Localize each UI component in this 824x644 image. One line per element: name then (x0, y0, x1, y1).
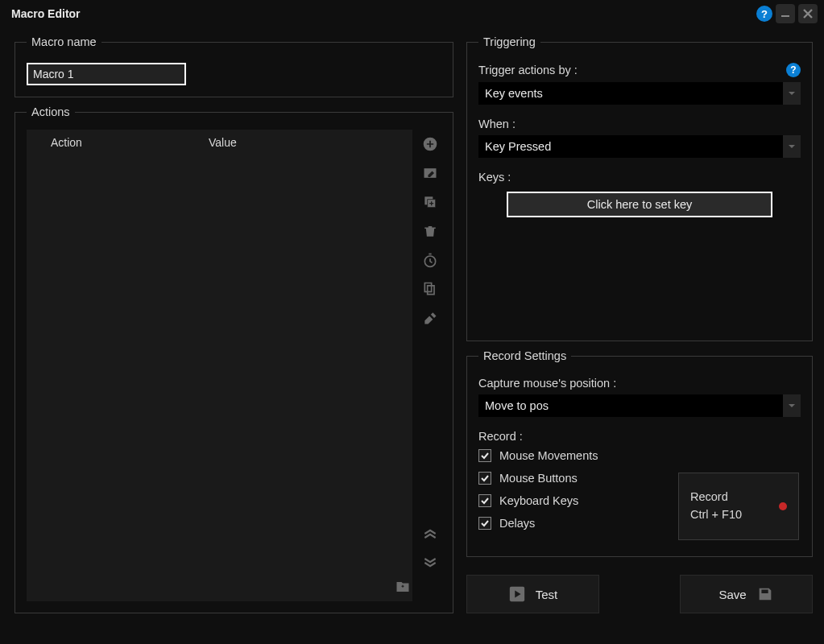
save-button-label: Save (718, 588, 746, 601)
minimize-button[interactable] (776, 4, 795, 23)
close-button[interactable] (798, 4, 818, 23)
checkbox-label: Keyboard Keys (499, 494, 578, 507)
duplicate-action-icon[interactable] (419, 188, 441, 217)
trigger-help-icon[interactable]: ? (786, 63, 801, 77)
checkbox-icon (478, 517, 491, 530)
set-key-button[interactable]: Click here to set key (507, 192, 772, 217)
window-title: Macro Editor (11, 7, 756, 20)
save-button[interactable]: Save (680, 575, 813, 613)
capture-select[interactable]: Move to pos (478, 394, 801, 417)
record-button-line1: Record (690, 489, 742, 506)
record-settings-legend: Record Settings (478, 349, 571, 362)
record-button-line2: Ctrl + F10 (690, 506, 742, 524)
record-dot-icon (779, 502, 787, 510)
add-action-icon[interactable] (419, 130, 441, 159)
copy-icon[interactable] (419, 275, 441, 303)
titlebar: Macro Editor ? (0, 0, 824, 27)
move-down-icon[interactable] (419, 548, 441, 577)
checkbox-icon (478, 494, 491, 507)
help-icon[interactable]: ? (756, 6, 772, 22)
macro-name-group: Macro name (14, 35, 453, 97)
record-label: Record : (478, 430, 523, 443)
test-button-label: Test (536, 588, 558, 601)
clear-icon[interactable] (419, 303, 441, 332)
capture-label: Capture mouse's position : (478, 377, 616, 390)
svg-rect-0 (781, 15, 789, 17)
triggering-group: Triggering Trigger actions by : ? Key ev… (466, 35, 813, 341)
column-header-value: Value (209, 136, 412, 149)
import-macro-icon[interactable] (391, 576, 414, 598)
checkbox-label: Delays (499, 517, 535, 530)
when-select[interactable]: Key Pressed (478, 135, 801, 158)
move-up-icon[interactable] (419, 519, 441, 548)
record-button[interactable]: Record Ctrl + F10 (678, 473, 799, 540)
trigger-by-label: Trigger actions by : (478, 64, 578, 76)
when-label: When : (478, 118, 516, 130)
checkbox-icon (478, 449, 491, 462)
test-button[interactable]: Test (466, 575, 599, 613)
delete-action-icon[interactable] (419, 217, 441, 246)
save-icon (756, 585, 774, 603)
checkbox-label: Mouse Movements (499, 449, 598, 462)
checkbox-icon (478, 472, 491, 485)
macro-name-legend: Macro name (27, 35, 101, 48)
actions-list-header: Action Value (27, 130, 412, 155)
actions-group: Actions Action Value (14, 105, 453, 613)
checkbox-mouse-movements[interactable]: Mouse Movements (478, 449, 801, 462)
keys-label: Keys : (478, 171, 511, 184)
edit-action-icon[interactable] (419, 159, 441, 188)
actions-list[interactable]: Action Value (27, 130, 412, 601)
record-settings-group: Record Settings Capture mouse's position… (466, 349, 813, 557)
actions-legend: Actions (27, 105, 75, 118)
macro-name-input[interactable] (27, 63, 186, 85)
triggering-legend: Triggering (478, 35, 540, 48)
trigger-by-select[interactable]: Key events (478, 82, 801, 105)
timer-icon[interactable] (419, 246, 441, 275)
checkbox-label: Mouse Buttons (499, 472, 578, 485)
column-header-action: Action (27, 136, 209, 149)
